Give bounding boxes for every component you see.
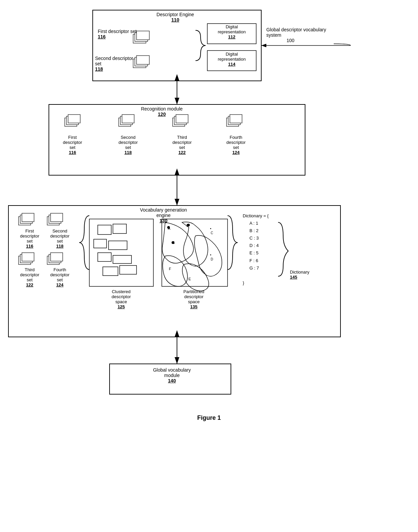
svg-rect-50 xyxy=(228,116,240,125)
svg-rect-55 xyxy=(47,217,59,225)
descriptor-engine-label: Descriptor Engine 110 xyxy=(142,12,209,23)
svg-text:•: • xyxy=(210,226,211,230)
svg-text:C: C xyxy=(211,231,213,235)
svg-rect-43 xyxy=(119,118,131,126)
svg-text:B: B xyxy=(186,223,189,227)
vocab-set-3-label: Thirddescriptorset 122 xyxy=(16,267,43,287)
svg-rect-9 xyxy=(89,219,153,286)
vocab-set-2-label: Seconddescriptorset 118 xyxy=(46,228,74,249)
svg-rect-23 xyxy=(98,225,111,234)
svg-rect-30 xyxy=(120,265,137,274)
svg-rect-57 xyxy=(51,213,63,222)
svg-rect-29 xyxy=(103,267,118,276)
diagram-container: A B • C G • D F E xyxy=(0,0,418,509)
vocab-set-1-label: Firstdescriptorset 116 xyxy=(16,228,43,249)
svg-rect-25 xyxy=(94,239,107,248)
clustered-label: Clustereddescriptorspace 125 xyxy=(88,289,154,309)
svg-rect-53 xyxy=(20,215,32,223)
dictionary-label: Dictionary 145 xyxy=(290,270,324,280)
recognition-module-label: Recognition module 120 xyxy=(128,106,196,117)
svg-rect-10 xyxy=(162,219,228,286)
svg-rect-42 xyxy=(68,115,80,123)
svg-rect-59 xyxy=(20,254,32,263)
vocab-engine-label: Vocabulary generationengine 130 xyxy=(128,207,199,223)
svg-rect-40 xyxy=(65,118,77,126)
svg-rect-44 xyxy=(120,116,132,125)
svg-rect-46 xyxy=(173,118,185,126)
svg-rect-49 xyxy=(227,118,239,126)
svg-rect-61 xyxy=(47,256,59,264)
svg-text:•: • xyxy=(210,253,211,257)
global-vocab-label: Global vocabularymodule 140 xyxy=(115,367,229,383)
recog-set-3-label: Thirddescriptorset 122 xyxy=(169,135,196,155)
svg-rect-24 xyxy=(113,224,126,233)
svg-text:G: G xyxy=(172,241,175,245)
recog-set-1-label: Firstdescriptorset 116 xyxy=(59,135,86,155)
global-system-label: Global descriptor vocabulary system 100 xyxy=(266,27,334,43)
figure-caption: Figure 1 xyxy=(0,414,418,421)
svg-rect-63 xyxy=(51,253,63,261)
svg-point-21 xyxy=(187,224,190,226)
svg-point-22 xyxy=(172,241,174,244)
recog-set-2-label: Seconddescriptorset 118 xyxy=(115,135,142,155)
svg-rect-41 xyxy=(66,116,79,125)
recog-set-4-label: Fourthdescriptorset 124 xyxy=(222,135,249,155)
svg-rect-27 xyxy=(98,253,111,261)
svg-rect-60 xyxy=(22,253,34,261)
svg-text:D: D xyxy=(211,257,213,261)
svg-rect-62 xyxy=(49,254,61,263)
engine-first-set-label: First descriptor set 116 xyxy=(98,29,138,39)
svg-rect-47 xyxy=(174,116,186,125)
svg-rect-54 xyxy=(22,213,34,222)
svg-rect-28 xyxy=(113,255,131,263)
digital-rep-2-label: Digitalrepresentation 114 xyxy=(208,52,256,67)
svg-rect-58 xyxy=(19,256,31,264)
engine-second-set-label: Second descriptor set 118 xyxy=(95,56,139,72)
svg-text:F: F xyxy=(169,267,171,271)
svg-text:A: A xyxy=(168,226,171,230)
digital-rep-1-label: Digitalrepresentation 112 xyxy=(208,24,256,39)
svg-text:E: E xyxy=(188,277,191,281)
svg-point-20 xyxy=(167,226,170,229)
partitioned-label: Partitioneddescriptorspace 135 xyxy=(160,289,228,309)
vocab-set-4-label: Fourthdescriptorset 124 xyxy=(46,267,74,287)
svg-rect-26 xyxy=(109,241,127,250)
svg-rect-56 xyxy=(49,215,61,223)
svg-rect-51 xyxy=(230,115,242,123)
svg-rect-52 xyxy=(19,217,31,225)
svg-rect-36 xyxy=(137,31,149,40)
